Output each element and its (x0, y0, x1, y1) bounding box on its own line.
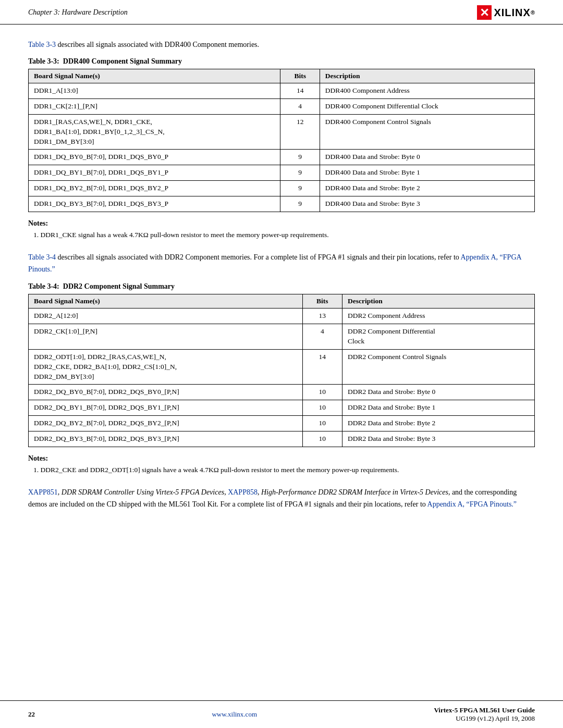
table4-notes-list: 1. DDR2_CKE and DDR2_ODT[1:0] signals ha… (28, 465, 535, 475)
table3-title-prefix: Table 3-3: (28, 57, 59, 65)
table3-signal-1: DDR1_CK[2:1]_[P,N] (29, 98, 280, 114)
table4-bits-2: 14 (302, 349, 342, 385)
table4-desc-2: DDR2 Component Control Signals (342, 349, 534, 385)
xapp851-link[interactable]: XAPP851 (28, 488, 58, 496)
xilinx-text: XILINX (494, 7, 530, 19)
table4-desc-4: DDR2 Data and Strobe: Byte 1 (342, 400, 534, 416)
table4-desc-5: DDR2 Data and Strobe: Byte 2 (342, 416, 534, 431)
table-row: DDR2_DQ_BY0_B[7:0], DDR2_DQS_BY0_[P,N]10… (29, 385, 535, 400)
table3-signal-6: DDR1_DQ_BY3_B[7:0], DDR1_DQS_BY3_P (29, 196, 280, 212)
table3-signal-3: DDR1_DQ_BY0_B[7:0], DDR1_DQS_BY0_P (29, 150, 280, 165)
svg-text:✕: ✕ (480, 6, 489, 19)
table-row: DDR1_DQ_BY2_B[7:0], DDR1_DQS_BY2_P9DDR40… (29, 181, 535, 196)
table4-signal-5: DDR2_DQ_BY2_B[7:0], DDR2_DQS_BY2_[P,N] (29, 416, 303, 431)
table4-col2-header: Bits (302, 294, 342, 309)
xilinx-x-icon: ✕ (477, 5, 492, 20)
table4-desc-6: DDR2 Data and Strobe: Byte 3 (342, 431, 534, 447)
page-header: Chapter 3: Hardware Description ✕ XILINX… (0, 0, 563, 24)
table4: Board Signal Name(s) Bits Description DD… (28, 294, 535, 447)
table-row: DDR2_DQ_BY3_B[7:0], DDR2_DQS_BY3_[P,N]10… (29, 431, 535, 447)
table4-signal-1: DDR2_CK[1:0]_[P,N] (29, 324, 303, 349)
list-item: 1. DDR1_CKE signal has a weak 4.7KΩ pull… (33, 230, 535, 240)
footer-guide-doc: UG199 (v1.2) April 19, 2008 (434, 714, 535, 723)
xapp858-link[interactable]: XAPP858 (228, 488, 258, 496)
table4-title-name: DDR2 Component Signal Summary (63, 282, 175, 290)
table3-signal-5: DDR1_DQ_BY2_B[7:0], DDR1_DQS_BY2_P (29, 181, 280, 196)
bottom-appendix-link[interactable]: Appendix A, “FPGA Pinouts.” (427, 500, 517, 508)
page-content: Table 3-3 describes all signals associat… (0, 24, 563, 521)
table3-col2-header: Bits (280, 69, 320, 83)
footer-guide-title: Virtex-5 FPGA ML561 User Guide (434, 706, 535, 714)
table3-col3-header: Description (320, 69, 534, 83)
table-row: DDR1_A[13:0]14DDR400 Component Address (29, 83, 535, 99)
table3-bits-2: 12 (280, 114, 320, 150)
footer-guide: Virtex-5 FPGA ML561 User Guide UG199 (v1… (434, 706, 535, 723)
table3-intro: Table 3-3 describes all signals associat… (28, 39, 535, 50)
table4-signal-6: DDR2_DQ_BY3_B[7:0], DDR2_DQS_BY3_[P,N] (29, 431, 303, 447)
table3-bits-5: 9 (280, 181, 320, 196)
table4-intro-rest: describes all signals associated with DD… (58, 253, 461, 261)
table4-signal-3: DDR2_DQ_BY0_B[7:0], DDR2_DQS_BY0_[P,N] (29, 385, 303, 400)
table3-bits-6: 9 (280, 196, 320, 212)
table4-desc-1: DDR2 Component Differential Clock (342, 324, 534, 349)
chapter-title: Chapter 3: Hardware Description (28, 8, 128, 17)
table4-desc-0: DDR2 Component Address (342, 309, 534, 324)
table3-desc-3: DDR400 Data and Strobe: Byte 0 (320, 150, 534, 165)
table4-col3-header: Description (342, 294, 534, 309)
list-item: 1. DDR2_CKE and DDR2_ODT[1:0] signals ha… (33, 465, 535, 475)
table3-desc-0: DDR400 Component Address (320, 83, 534, 99)
table4-notes: Notes: 1. DDR2_CKE and DDR2_ODT[1:0] sig… (28, 454, 535, 475)
table4-notes-title: Notes: (28, 454, 535, 463)
table4-bits-4: 10 (302, 400, 342, 416)
table3-desc-1: DDR400 Component Differential Clock (320, 98, 534, 114)
table4-bits-0: 13 (302, 309, 342, 324)
table3-bits-4: 9 (280, 165, 320, 181)
table3-desc-4: DDR400 Data and Strobe: Byte 1 (320, 165, 534, 181)
table4-signal-4: DDR2_DQ_BY1_B[7:0], DDR2_DQS_BY1_[P,N] (29, 400, 303, 416)
bottom-paragraph: XAPP851, DDR SDRAM Controller Using Virt… (28, 487, 535, 510)
table4-bits-1: 4 (302, 324, 342, 349)
table3: Board Signal Name(s) Bits Description DD… (28, 69, 535, 212)
table3-notes: Notes: 1. DDR1_CKE signal has a weak 4.7… (28, 219, 535, 240)
table3-title-name: DDR400 Component Signal Summary (63, 57, 182, 65)
bottom-text1: , DDR SDRAM Controller Using Virtex-5 FP… (58, 488, 228, 496)
table-row: DDR2_CK[1:0]_[P,N]4DDR2 Component Differ… (29, 324, 535, 349)
table3-intro-text: describes all signals associated with DD… (58, 41, 260, 48)
table-row: DDR2_DQ_BY1_B[7:0], DDR2_DQS_BY1_[P,N]10… (29, 400, 535, 416)
table4-desc-3: DDR2 Data and Strobe: Byte 0 (342, 385, 534, 400)
table3-desc-2: DDR400 Component Control Signals (320, 114, 534, 150)
table3-notes-title: Notes: (28, 219, 535, 228)
table3-desc-5: DDR400 Data and Strobe: Byte 2 (320, 181, 534, 196)
table3-signal-4: DDR1_DQ_BY1_B[7:0], DDR1_DQS_BY1_P (29, 165, 280, 181)
table3-signal-0: DDR1_A[13:0] (29, 83, 280, 99)
table-row: DDR1_CK[2:1]_[P,N]4DDR400 Component Diff… (29, 98, 535, 114)
table3-title: Table 3-3: DDR400 Component Signal Summa… (28, 57, 535, 66)
table3-notes-list: 1. DDR1_CKE signal has a weak 4.7KΩ pull… (28, 230, 535, 240)
table3-bits-1: 4 (280, 98, 320, 114)
table4-signal-0: DDR2_A[12:0] (29, 309, 303, 324)
table-row: DDR1_[RAS,CAS,WE]_N, DDR1_CKE, DDR1_BA[1… (29, 114, 535, 150)
table-row: DDR2_A[12:0]13DDR2 Component Address (29, 309, 535, 324)
table-row: DDR1_DQ_BY0_B[7:0], DDR1_DQS_BY0_P9DDR40… (29, 150, 535, 165)
table3-desc-6: DDR400 Data and Strobe: Byte 3 (320, 196, 534, 212)
table3-signal-2: DDR1_[RAS,CAS,WE]_N, DDR1_CKE, DDR1_BA[1… (29, 114, 280, 150)
table-row: DDR1_DQ_BY1_B[7:0], DDR1_DQS_BY1_P9DDR40… (29, 165, 535, 181)
table4-bits-3: 10 (302, 385, 342, 400)
table4-bits-6: 10 (302, 431, 342, 447)
footer-page-number: 22 (28, 710, 35, 719)
table3-bits-3: 9 (280, 150, 320, 165)
table4-bits-5: 10 (302, 416, 342, 431)
table3-link[interactable]: Table 3-3 (28, 41, 56, 48)
table4-title: Table 3-4: DDR2 Component Signal Summary (28, 282, 535, 291)
page-footer: 22 www.xilinx.com Virtex-5 FPGA ML561 Us… (0, 700, 563, 728)
xilinx-logo: ✕ XILINX ® (477, 5, 535, 20)
table4-col1-header: Board Signal Name(s) (29, 294, 303, 309)
table4-intro: Table 3-4 describes all signals associat… (28, 252, 535, 275)
footer-url[interactable]: www.xilinx.com (212, 710, 257, 719)
table-row: DDR2_ODT[1:0], DDR2_[RAS,CAS,WE]_N, DDR2… (29, 349, 535, 385)
table3-col1-header: Board Signal Name(s) (29, 69, 280, 83)
table3-bits-0: 14 (280, 83, 320, 99)
table4-link[interactable]: Table 3-4 (28, 253, 56, 261)
table-row: DDR2_DQ_BY2_B[7:0], DDR2_DQS_BY2_[P,N]10… (29, 416, 535, 431)
table-row: DDR1_DQ_BY3_B[7:0], DDR1_DQS_BY3_P9DDR40… (29, 196, 535, 212)
